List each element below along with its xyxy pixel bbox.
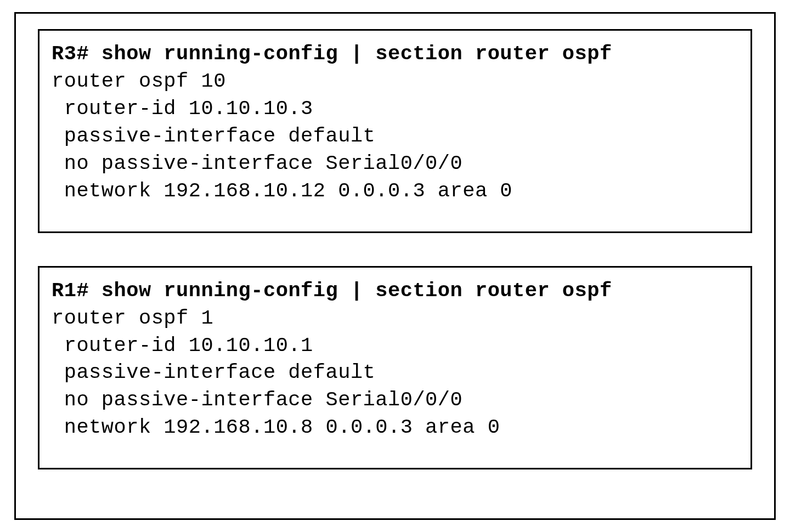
cli-line: router ospf 1 [52, 307, 213, 330]
cli-line: passive-interface default [52, 124, 375, 148]
cli-line: no passive-interface Serial0/0/0 [52, 388, 462, 411]
cli-line: network 192.168.10.8 0.0.0.3 area 0 [52, 416, 500, 439]
page: R3# show running-config | section router… [0, 0, 790, 532]
cli-prompt: R1# [52, 279, 101, 302]
cli-command: show running-config | section router osp… [101, 42, 612, 65]
cli-line: router ospf 10 [52, 70, 226, 93]
cli-line: router-id 10.10.10.3 [52, 97, 313, 120]
cli-line: network 192.168.10.12 0.0.0.3 area 0 [52, 179, 512, 202]
cli-output-r1: R1# show running-config | section router… [38, 266, 752, 470]
cli-line: router-id 10.10.10.1 [52, 334, 313, 357]
cli-line: passive-interface default [52, 361, 375, 384]
cli-output-r3: R3# show running-config | section router… [38, 29, 752, 233]
cli-command: show running-config | section router osp… [101, 279, 612, 302]
cli-prompt: R3# [52, 42, 101, 65]
outer-frame: R3# show running-config | section router… [14, 12, 776, 520]
cli-line: no passive-interface Serial0/0/0 [52, 152, 462, 175]
